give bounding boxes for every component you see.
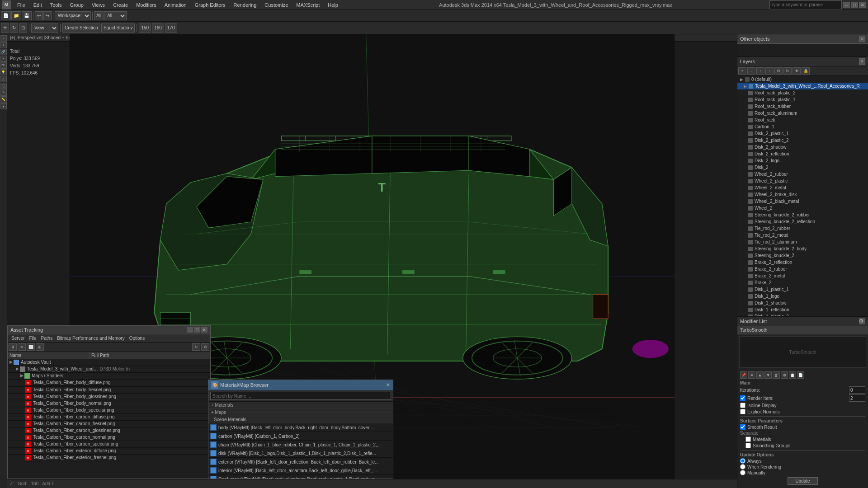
asset-maximize[interactable]: □ bbox=[194, 327, 200, 333]
layer-roof-rubber[interactable]: Roof_rack_rubber bbox=[737, 103, 868, 110]
other-close[interactable]: ✕ bbox=[859, 36, 865, 42]
when-rendering-radio[interactable] bbox=[740, 464, 745, 469]
asset-minimize[interactable]: _ bbox=[187, 327, 193, 333]
turbosmooth-stack-item[interactable]: TurboSmooth bbox=[737, 326, 868, 334]
mat-item-disk[interactable]: disk (VRayMtl) [Disk_1_logo,Disk_1_plast… bbox=[208, 449, 393, 458]
lt-shape[interactable]: ◯ bbox=[0, 83, 7, 89]
workspace-select[interactable]: Workspace: Default bbox=[55, 11, 91, 20]
layer-carbon[interactable]: Carbon_1 bbox=[737, 123, 868, 130]
render-iters-checkbox[interactable] bbox=[740, 395, 745, 401]
layer-steering2-rubber[interactable]: Steering_knuckle_2_rubber bbox=[737, 211, 868, 218]
smoothing-groups-checkbox[interactable] bbox=[745, 443, 751, 448]
lt-select[interactable]: ⊹ bbox=[0, 35, 7, 42]
tb-150[interactable]: 150 bbox=[139, 23, 151, 33]
asset-file-6[interactable]: M Tesla_Carbon_Fiber_carbon_fresnel.png bbox=[8, 421, 210, 427]
layers-tb-refresh[interactable]: ↻ bbox=[783, 67, 792, 75]
layer-disk2-p2[interactable]: Disk_2_plastic_2 bbox=[737, 137, 868, 144]
asset-row-maps[interactable]: ▶ Maps / Shaders bbox=[8, 373, 210, 380]
layer-steering2[interactable]: Steering_knuckle_2 bbox=[737, 252, 868, 259]
explicit-normals-checkbox[interactable] bbox=[740, 409, 745, 414]
asset-file-9[interactable]: M Tesla_Carbon_Fiber_carbon_specular.png bbox=[8, 441, 210, 448]
menu-group[interactable]: Group bbox=[66, 1, 87, 9]
asset-file-0[interactable]: M Tesla_Carbon_Fiber_body_diffuse.png bbox=[8, 380, 210, 387]
mat-section-materials[interactable]: + Materials bbox=[208, 402, 393, 409]
layer-wheel2-plastic[interactable]: Wheel_2_plastic bbox=[737, 178, 868, 184]
lt-paint[interactable]: ✎ bbox=[0, 89, 7, 96]
layer-tierod2-rubber[interactable]: Tie_rod_2_rubber bbox=[737, 225, 868, 232]
menu-rendering[interactable]: Rendering bbox=[230, 1, 260, 9]
tb-160[interactable]: 160 bbox=[152, 23, 164, 33]
layer-item-default[interactable]: ▶ 0 (default) bbox=[737, 76, 868, 83]
mat-item-roof-rack[interactable]: Roof_rack (VRayMtl) [Roof_rack_aluminum,… bbox=[208, 475, 393, 479]
asset-file-5[interactable]: M Tesla_Carbon_Fiber_carbon_diffuse.png bbox=[8, 414, 210, 421]
menu-animation[interactable]: Animation bbox=[161, 1, 190, 9]
layer-wheel2[interactable]: Wheel_2 bbox=[737, 205, 868, 211]
asset-tb-settings[interactable]: ⚙ bbox=[201, 343, 209, 351]
mat-section-scene[interactable]: - Scene Materials bbox=[208, 416, 393, 423]
layer-disk1-refl[interactable]: Disk_1_reflection bbox=[737, 306, 868, 313]
tb-move[interactable]: ✛ bbox=[1, 23, 9, 33]
update-button[interactable]: Update bbox=[788, 477, 817, 485]
lt-material[interactable]: ♦ bbox=[0, 103, 7, 109]
layer-disk1-p2[interactable]: Disk_1_plastic_2 bbox=[737, 313, 868, 316]
iterations-input[interactable]: 0 bbox=[849, 386, 865, 394]
lt-unlink[interactable]: ✂ bbox=[0, 56, 7, 62]
layer-disk1-shadow[interactable]: Disk_1_shadow bbox=[737, 300, 868, 306]
lt-move2[interactable]: ✛ bbox=[0, 42, 7, 48]
asset-row-model[interactable]: ▶ Tesla_Model_3_with_Wheel_and_Roof_Acce… bbox=[8, 366, 210, 373]
asset-file-7[interactable]: M Tesla_Carbon_Fiber_carbon_glossines.pn… bbox=[8, 427, 210, 434]
lt-camera[interactable]: 📷 bbox=[0, 62, 7, 69]
layer-wheel2-brake[interactable]: Wheel_2_brake_disk bbox=[737, 191, 868, 198]
menu-maxscript[interactable]: MAXScript bbox=[292, 1, 323, 9]
layer-disk1-p1[interactable]: Disk_1_plastic_1 bbox=[737, 286, 868, 293]
menu-create[interactable]: Create bbox=[109, 1, 132, 9]
asset-row-vault[interactable]: ▶ Autodesk Vault bbox=[8, 359, 210, 366]
layer-brake2[interactable]: Brake_2 bbox=[737, 279, 868, 286]
asset-menu-bitmap[interactable]: Bitmap Performance and Memory bbox=[55, 335, 127, 341]
maximize-button[interactable]: □ bbox=[851, 2, 858, 8]
menu-tools[interactable]: Tools bbox=[47, 1, 66, 9]
mat-section-maps[interactable]: + Maps bbox=[208, 409, 393, 416]
menu-customize[interactable]: Customize bbox=[261, 1, 292, 9]
mat-item-exterior[interactable]: exterior (VRayMtl) [Back_left_door_refle… bbox=[208, 458, 393, 466]
asset-tb-3[interactable]: ⬜ bbox=[27, 343, 35, 351]
close-button[interactable]: ✕ bbox=[859, 2, 866, 8]
lt-tape[interactable]: 📏 bbox=[0, 96, 7, 103]
layer-tierod2-metal[interactable]: Tie_rod_2_metal bbox=[737, 232, 868, 239]
mat-browser-close[interactable]: ✕ bbox=[386, 382, 390, 388]
asset-tb-2[interactable]: ≡ bbox=[18, 343, 26, 351]
menu-help[interactable]: Help bbox=[324, 1, 342, 9]
layer-roof-rack[interactable]: Roof_rack bbox=[737, 117, 868, 123]
mod-delete-icon[interactable]: 🗑 bbox=[773, 371, 780, 379]
layers-tb-lock[interactable]: 🔒 bbox=[802, 67, 810, 75]
search-input[interactable] bbox=[769, 0, 842, 9]
asset-menu-options[interactable]: Options bbox=[127, 335, 146, 341]
layer-disk2-logo[interactable]: Disk_2_logo bbox=[737, 157, 868, 164]
asset-file-11[interactable]: M Tesla_Carbon_Fiber_exterior_fresnel.pn… bbox=[8, 455, 210, 461]
tb-170[interactable]: 170 bbox=[165, 23, 177, 33]
tb-save[interactable]: 💾 bbox=[22, 11, 32, 20]
asset-menu-file[interactable]: File bbox=[27, 335, 38, 341]
layer-tierod2-alum[interactable]: Tie_rod_2_aluminum bbox=[737, 239, 868, 245]
layers-close[interactable]: ✕ bbox=[859, 58, 865, 65]
menu-edit[interactable]: Edit bbox=[30, 1, 46, 9]
layer-disk2-shadow[interactable]: Disk_2_shadow bbox=[737, 144, 868, 150]
tb-new[interactable]: 📄 bbox=[1, 11, 11, 20]
tb-undo[interactable]: ↩ bbox=[35, 11, 43, 20]
mod-move-up-icon[interactable]: ▲ bbox=[756, 371, 764, 379]
mat-item-chain[interactable]: chain (VRayMtl) [Chain_1_blue_rubber, Ch… bbox=[208, 441, 393, 449]
layer-roof-aluminum[interactable]: Roof_rack_aluminum bbox=[737, 110, 868, 117]
mod-pin-icon[interactable]: 📌 bbox=[740, 371, 747, 379]
asset-tb-1[interactable]: 🖥 bbox=[9, 343, 17, 351]
layer-brake2-refl[interactable]: Brake_2_reflection bbox=[737, 259, 868, 266]
asset-file-3[interactable]: M Tesla_Carbon_Fiber_body_normal.png bbox=[8, 400, 210, 407]
asset-menu-paths[interactable]: Paths bbox=[39, 335, 55, 341]
layer-disk2-p1[interactable]: Disk_2_plastic_1 bbox=[737, 130, 868, 137]
layers-tb-new[interactable]: + bbox=[738, 67, 746, 75]
filter-select[interactable]: All bbox=[104, 11, 127, 20]
lt-light[interactable]: 💡 bbox=[0, 69, 7, 75]
layers-tb-up[interactable]: ↑ bbox=[756, 67, 764, 75]
menu-views[interactable]: Views bbox=[88, 1, 108, 9]
layer-roof-rack-2[interactable]: Roof_rack_plastic_2 bbox=[737, 89, 868, 96]
menu-file[interactable]: File bbox=[14, 1, 29, 9]
